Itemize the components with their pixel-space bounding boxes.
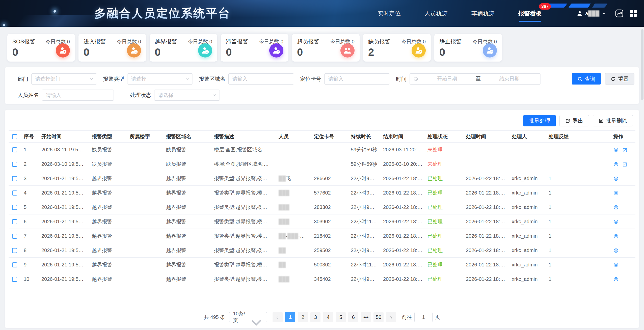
page-button-1[interactable]: 1 xyxy=(285,312,295,322)
cell xyxy=(127,171,163,186)
row-checkbox[interactable] xyxy=(12,219,17,224)
cell-person: ██ xyxy=(276,258,311,272)
row-checkbox[interactable] xyxy=(12,190,17,196)
page-button-6[interactable]: 6 xyxy=(348,312,358,322)
scrollbar-thumb[interactable] xyxy=(641,29,643,100)
time-label: 时间 xyxy=(396,75,407,82)
cell: 59分钟59秒 xyxy=(348,157,380,171)
chevron-right-icon xyxy=(389,315,393,319)
cell: 2026-01-21 19:5… xyxy=(38,171,89,186)
table-row: 12026-03-11 19:5…缺员报警缺员报警楼层:全图,报警区域名:…59… xyxy=(9,143,635,157)
user-menu[interactable]: a███ xyxy=(576,10,606,17)
view-icon[interactable] xyxy=(613,176,619,181)
person-stay-icon xyxy=(269,43,283,58)
export-button[interactable]: 导出 xyxy=(559,115,589,126)
alarm-count-badge: 367 xyxy=(539,3,551,10)
batch-delete-button[interactable]: 批量删除 xyxy=(593,115,633,126)
page-button-3[interactable]: 3 xyxy=(310,312,320,322)
row-checkbox[interactable] xyxy=(12,162,17,167)
cell: 9 xyxy=(21,258,38,272)
row-checkbox[interactable] xyxy=(12,234,17,239)
cell: 越界报警 xyxy=(163,258,211,272)
row-checkbox[interactable] xyxy=(12,147,17,152)
cell: 2026-03-11 19:5… xyxy=(38,143,89,157)
page-button-4[interactable]: 4 xyxy=(323,312,333,322)
edit-icon[interactable] xyxy=(622,147,628,153)
prev-page-button[interactable] xyxy=(273,312,283,322)
page-scrollbar[interactable] xyxy=(641,29,643,328)
nav-item-车辆轨迹[interactable]: 车辆轨迹 xyxy=(471,10,495,17)
cell: 5 xyxy=(21,200,38,214)
cell: 2026-01-21 19:5… xyxy=(38,214,89,229)
view-icon[interactable] xyxy=(613,147,619,153)
column-header: 序号 xyxy=(21,131,38,143)
header-checkbox[interactable] xyxy=(12,134,17,139)
more-pages-button[interactable]: ••• xyxy=(361,312,371,322)
reset-button[interactable]: 重置 xyxy=(605,73,634,85)
page-button-50[interactable]: 50 xyxy=(373,312,384,322)
view-icon[interactable] xyxy=(613,262,619,268)
cell: 越界报警 xyxy=(163,229,211,243)
nav-item-人员轨迹[interactable]: 人员轨迹 xyxy=(424,10,448,17)
row-checkbox[interactable] xyxy=(12,176,17,181)
cell: 2026-01-22 18:0… xyxy=(463,186,509,200)
view-icon[interactable] xyxy=(613,161,619,167)
chevron-down-icon xyxy=(602,11,606,16)
stat-card-title: 滞留报警 xyxy=(226,38,248,45)
filter-panel: 部门 请选择部门 报警类型 请选择 报警区域名 定位卡号 时间 开始日期 xyxy=(5,67,639,104)
cell-operations xyxy=(610,143,635,157)
cell: 越界报警 xyxy=(89,258,127,272)
edit-icon[interactable] xyxy=(622,161,628,167)
person-name-input[interactable] xyxy=(42,90,114,101)
stat-card-value: 0 xyxy=(84,47,89,58)
card-no-input[interactable] xyxy=(324,73,390,85)
cell xyxy=(127,272,163,286)
apps-grid-icon[interactable] xyxy=(629,9,638,18)
cell xyxy=(311,157,348,171)
department-select[interactable]: 请选择部门 xyxy=(31,73,97,85)
cell-status: 已处理 xyxy=(424,214,463,229)
row-checkbox[interactable] xyxy=(12,262,17,267)
row-checkbox[interactable] xyxy=(12,205,17,210)
view-icon[interactable] xyxy=(613,248,619,253)
handle-status-select[interactable]: 请选择 xyxy=(154,90,220,101)
department-label: 部门 xyxy=(18,75,28,82)
stat-card-today-count: 今日总数 0 xyxy=(45,38,70,45)
department-select-value: 请选择部门 xyxy=(35,75,89,82)
nav-item-报警看板[interactable]: 报警看板367 xyxy=(518,10,542,17)
row-checkbox[interactable] xyxy=(12,248,17,253)
navbar: 多融合人员定位系统平台 实时定位人员轨迹车辆轨迹报警看板367 a███ xyxy=(0,0,644,27)
alarm-type-select[interactable]: 请选择 xyxy=(127,73,193,85)
search-button[interactable]: 查询 xyxy=(572,73,601,85)
svg-text:−: − xyxy=(491,50,493,54)
batch-handle-button[interactable]: 批量处理 xyxy=(523,115,556,126)
page-button-5[interactable]: 5 xyxy=(336,312,346,322)
area-name-input[interactable] xyxy=(228,73,294,85)
cell: 越界报警 xyxy=(89,243,127,258)
cell: 2026-01-22 18:0… xyxy=(463,243,509,258)
date-range-picker[interactable]: 开始日期 至 结束日期 xyxy=(410,73,541,85)
cell-status: 已处理 xyxy=(424,229,463,243)
view-icon[interactable] xyxy=(613,219,619,225)
stat-card-value: 0 xyxy=(12,47,18,58)
nav-item-实时定位[interactable]: 实时定位 xyxy=(378,10,401,17)
cell: 越界报警 xyxy=(163,171,211,186)
row-checkbox[interactable] xyxy=(12,277,17,282)
cell: 2026-01-21 19:5… xyxy=(38,258,89,272)
cell-operations xyxy=(610,171,635,186)
area-name-label: 报警区域名 xyxy=(199,75,225,82)
view-icon[interactable] xyxy=(613,205,619,210)
trend-chart-icon[interactable] xyxy=(615,9,624,18)
cell: 楼层:全图,报警区域名:… xyxy=(211,157,276,171)
nav-item-label: 实时定位 xyxy=(378,10,401,17)
view-icon[interactable] xyxy=(613,190,619,196)
export-icon xyxy=(565,118,570,123)
view-icon[interactable] xyxy=(613,277,619,282)
person-enter-icon: → xyxy=(127,43,141,58)
next-page-button[interactable] xyxy=(386,312,396,322)
page-button-2[interactable]: 2 xyxy=(298,312,308,322)
goto-page-input[interactable] xyxy=(414,312,433,322)
column-header: 人员 xyxy=(276,131,311,143)
view-icon[interactable] xyxy=(613,233,619,239)
page-size-select[interactable]: 10条/页 xyxy=(229,312,267,322)
